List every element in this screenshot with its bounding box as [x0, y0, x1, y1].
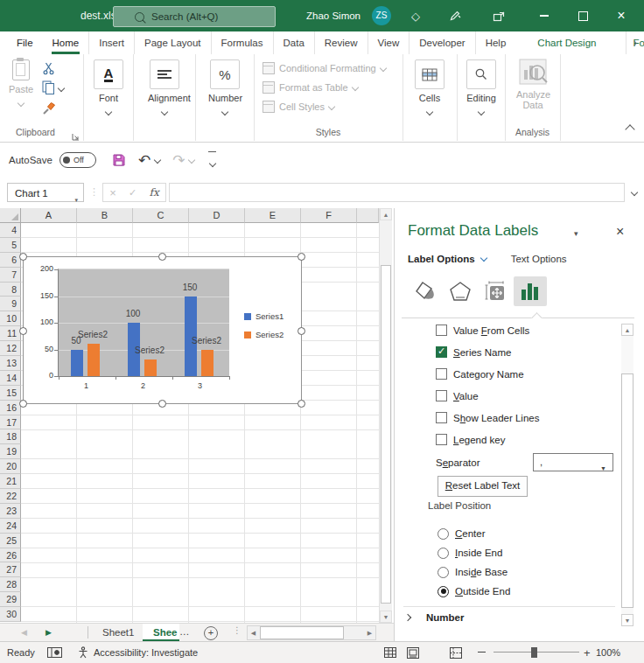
column-header[interactable]: B	[77, 208, 133, 223]
radio-button[interactable]	[438, 548, 449, 559]
row-header[interactable]: 8	[0, 283, 21, 297]
copy-button[interactable]	[42, 80, 64, 95]
analyze-data-button[interactable]: Analyze Data	[516, 58, 550, 110]
fill-line-tab[interactable]	[409, 276, 442, 306]
tab-label-options[interactable]: Label Options	[408, 254, 475, 264]
prev-sheet-icon[interactable]: ◀	[21, 628, 27, 637]
checkbox-row[interactable]: ✓ Legend key	[436, 429, 505, 450]
row-header[interactable]: 30	[0, 607, 21, 622]
format-as-table-button[interactable]: Format as Table	[262, 80, 358, 94]
row-header[interactable]: 13	[0, 356, 21, 371]
next-sheet-icon[interactable]: ▶	[46, 628, 52, 637]
sheet-tab-active[interactable]: Shee	[143, 624, 179, 641]
reset-label-text-button[interactable]: Reset Label Text	[438, 476, 528, 497]
row-header[interactable]: 4	[0, 223, 21, 238]
checkbox[interactable]: ✓	[436, 412, 447, 423]
checkbox[interactable]: ✓	[436, 434, 447, 445]
selection-handle[interactable]	[298, 327, 305, 335]
selection-handle[interactable]	[19, 327, 27, 335]
row-header[interactable]: 21	[0, 474, 21, 489]
user-name[interactable]: Zhao Simon	[306, 0, 360, 31]
scroll-up-icon[interactable]: ▲	[621, 324, 634, 336]
cut-button[interactable]	[42, 61, 56, 79]
worksheet-grid[interactable]: ABCDEF 456789101112131415161718192021222…	[0, 208, 394, 623]
selection-handle[interactable]	[19, 400, 27, 408]
undo-button[interactable]: ↶	[138, 153, 160, 168]
pane-options-icon[interactable]: ▾	[574, 229, 578, 238]
ribbon-tab[interactable]: Data	[273, 31, 314, 54]
worksheet-vertical-scrollbar[interactable]: ▲ ▼	[379, 208, 392, 623]
row-header[interactable]: 24	[0, 519, 21, 534]
row-header[interactable]: 26	[0, 548, 21, 563]
selection-handle[interactable]	[158, 253, 166, 261]
ribbon-tab[interactable]: Chart Design	[528, 31, 606, 54]
radio-button[interactable]	[438, 567, 449, 578]
scrollbar-thumb[interactable]	[621, 373, 634, 608]
checkbox-row[interactable]: ✓ Value	[436, 385, 479, 407]
cancel-button[interactable]: ×	[109, 186, 116, 199]
chart-object[interactable]: 050100150200 50100150Series2Series2Serie…	[23, 256, 302, 404]
zoom-slider-thumb[interactable]	[531, 647, 537, 658]
row-header[interactable]: 23	[0, 504, 21, 519]
ribbon-tab[interactable]: View	[368, 31, 410, 54]
ribbon-tab[interactable]: Home	[43, 31, 89, 54]
minimize-button[interactable]	[525, 0, 564, 31]
formula-input[interactable]	[169, 183, 625, 202]
search-input[interactable]: Search (Alt+Q)	[113, 6, 276, 27]
scroll-down-icon[interactable]: ▼	[380, 611, 392, 623]
checkbox-row[interactable]: ✓ Category Name	[436, 363, 524, 385]
radio-row[interactable]: Inside End	[438, 544, 502, 562]
selection-handle[interactable]	[19, 253, 27, 261]
close-button[interactable]: ×	[602, 0, 640, 31]
cell-styles-button[interactable]: Cell Styles	[262, 100, 334, 114]
column-header[interactable]: A	[21, 208, 77, 223]
scroll-up-icon[interactable]: ▲	[380, 208, 392, 220]
row-header[interactable]: 22	[0, 489, 21, 504]
row-header[interactable]: 15	[0, 386, 21, 401]
column-header-partial[interactable]	[357, 208, 379, 223]
scroll-left-icon[interactable]: ◀	[248, 626, 259, 639]
label-options-tab[interactable]	[514, 276, 547, 306]
page-break-view-button[interactable]	[447, 646, 465, 660]
select-all-corner[interactable]	[0, 208, 21, 223]
scroll-down-icon[interactable]: ▼	[621, 614, 634, 626]
chart-legend[interactable]: Series1Series2	[244, 311, 284, 348]
accessibility-status[interactable]: Accessibility: Investigate	[94, 642, 198, 663]
alignment-group-button[interactable]: Alignment	[148, 59, 181, 116]
row-header[interactable]: 18	[0, 429, 21, 444]
autosave-toggle[interactable]: Off	[60, 152, 96, 168]
cells-group-button[interactable]: Cells	[415, 59, 444, 116]
zoom-out-button[interactable]	[478, 652, 486, 653]
checkbox[interactable]: ✓	[436, 325, 447, 336]
pane-scrollbar[interactable]: ▲ ▼	[621, 324, 634, 626]
dialog-launcher-icon[interactable]	[72, 129, 80, 136]
selection-handle[interactable]	[298, 400, 305, 408]
radio-row[interactable]: Outside End	[438, 583, 510, 600]
row-header[interactable]: 20	[0, 459, 21, 474]
row-header[interactable]: 6	[0, 253, 21, 268]
paste-button[interactable]: Paste	[5, 59, 37, 108]
maximize-button[interactable]	[564, 0, 602, 31]
zoom-level[interactable]: 100%	[596, 642, 620, 663]
ribbon-tab[interactable]: Developer	[409, 31, 474, 54]
column-header[interactable]: F	[301, 208, 357, 223]
horizontal-scrollbar[interactable]: ◀ ▶	[247, 625, 376, 640]
column-header[interactable]: C	[133, 208, 189, 223]
pen-icon[interactable]	[442, 0, 468, 31]
customize-qat-icon[interactable]	[208, 151, 216, 170]
sheet-tab-sheet1[interactable]: Sheet1	[92, 624, 144, 641]
size-properties-tab[interactable]	[479, 276, 512, 306]
scroll-right-icon[interactable]: ▶	[364, 626, 375, 639]
checkbox-row[interactable]: ✓ Value From Cells	[436, 319, 529, 341]
ribbon-tab[interactable]: Formulas	[211, 31, 273, 54]
row-header[interactable]: 11	[0, 326, 21, 341]
column-header[interactable]: D	[189, 208, 245, 223]
checkbox-row[interactable]: ✓ Series Name	[436, 341, 511, 363]
radio-row[interactable]: Inside Base	[438, 563, 508, 581]
column-header[interactable]: E	[245, 208, 301, 223]
radio-button[interactable]	[438, 528, 449, 540]
row-header[interactable]: 12	[0, 341, 21, 356]
row-header[interactable]: 5	[0, 238, 21, 253]
row-header[interactable]: 10	[0, 311, 21, 326]
radio-row[interactable]: Center	[438, 525, 486, 542]
